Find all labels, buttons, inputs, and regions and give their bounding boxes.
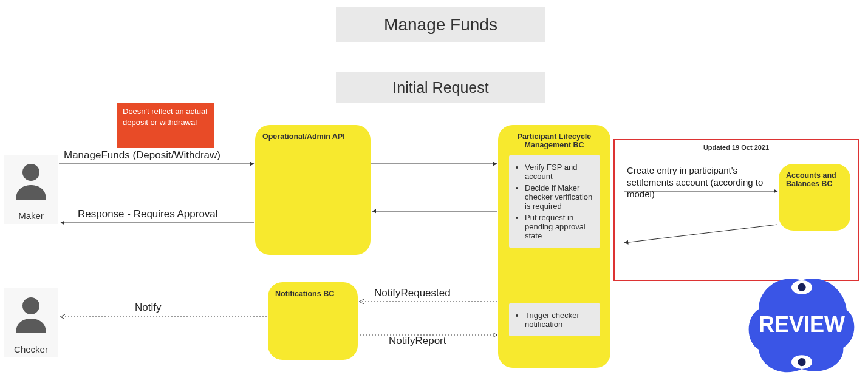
node-acct: Accounts and Balances BC [779,164,850,231]
plm-step-b: Decide if Maker checker verification is … [525,183,594,211]
svg-point-5 [798,358,805,366]
svg-point-3 [798,283,805,291]
svg-point-1 [22,297,39,314]
msg-requires-approval: Response - Requires Approval [78,208,218,220]
plm-trigger: Trigger checker notification [509,303,600,336]
node-plm-title: Participant Lifecycle Management BC [505,132,603,149]
actor-maker: Maker [4,155,58,224]
msg-notify-requested: NotifyRequested [374,287,451,299]
review-badge-text: REVIEW [759,312,845,337]
node-notif: Notifications BC [268,282,358,360]
subtitle-banner: Initial Request [336,72,545,103]
svg-point-0 [22,164,39,181]
node-api: Operational/Admin API [255,125,371,255]
plm-steps: Verify FSP and account Decide if Maker c… [509,155,600,248]
node-notif-title: Notifications BC [275,289,350,298]
msg-notify-report: NotifyReport [389,335,446,347]
update-stamp: Updated 19 Oct 2021 [615,144,858,151]
person-icon [15,162,47,201]
msg-notify: Notify [135,302,161,314]
msg-manage-funds: ManageFunds (Deposit/Withdraw) [64,149,220,161]
actor-checker-label: Checker [4,342,58,357]
update-entry: Create entry in participant's settlement… [627,164,773,200]
actor-maker-label: Maker [4,208,58,224]
plm-step-a: Verify FSP and account [525,163,594,181]
person-icon [15,296,47,334]
plm-trigger-item: Trigger checker notification [525,311,594,329]
warning-note: Doesn't reflect an actual deposit or wit… [117,103,214,148]
plm-step-c: Put request in pending approval state [525,213,594,240]
title-banner: Manage Funds [336,7,545,42]
node-acct-title: Accounts and Balances BC [786,171,843,188]
actor-checker: Checker [4,288,58,357]
node-api-title: Operational/Admin API [262,132,363,141]
review-badge: REVIEW [744,270,859,379]
